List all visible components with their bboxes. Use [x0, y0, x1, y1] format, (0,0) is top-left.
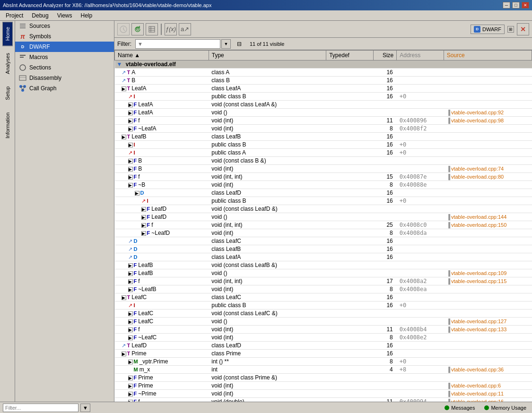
table-row[interactable]: ▶FBvoid (const class B &) [115, 157, 532, 165]
cell-typedef [326, 285, 373, 293]
minimize-button[interactable]: ─ [503, 2, 510, 9]
cell-type: void (double) [209, 398, 326, 402]
table-row[interactable]: ↗Ipublic class A16+0 [115, 149, 532, 157]
table-row[interactable]: ↗Dclass LeafB16 [115, 245, 532, 253]
nav-dwarf[interactable]: D DWARF [15, 42, 114, 52]
status-filter-button[interactable]: ▼ [80, 404, 90, 412]
table-container[interactable]: Name ▲ Type Typedef Size Address Source … [114, 50, 532, 402]
cell-size: 4 [373, 366, 397, 374]
col-header-size[interactable]: Size [373, 51, 397, 60]
tab-home[interactable]: Home [2, 22, 13, 46]
table-row[interactable]: ↗Ipublic class B16+0 [115, 301, 532, 310]
cell-source: ▐vtable-overload.cpp:109 [444, 269, 532, 277]
cell-source: ▐vtable-overload.cpp:92 [444, 109, 532, 117]
tab-setup[interactable]: Setup [2, 81, 13, 105]
status-filter-input[interactable] [3, 404, 78, 412]
filter-text-input[interactable] [135, 39, 220, 49]
tab-analyses[interactable]: Analyses [2, 48, 13, 79]
nav-macros[interactable]: Macros [15, 52, 114, 62]
col-header-type[interactable]: Type [209, 51, 326, 60]
table-row[interactable]: Mm_xint4+8▐vtable-overload.cpp:36 [115, 366, 532, 374]
table-row[interactable]: ↗TAclass A16 [115, 69, 532, 77]
arrow-button[interactable]: a↗ [179, 23, 191, 35]
table-row[interactable]: ▶F~LeafAvoid (int)80x4008f2 [115, 125, 532, 133]
nav-symbols[interactable]: π Symbols [15, 31, 114, 42]
nav-callgraph[interactable]: Call Graph [15, 83, 114, 94]
table-row[interactable]: ↗Dclass LeafC16 [115, 237, 532, 245]
table-row[interactable]: ↗Dclass LeafA16 [115, 253, 532, 261]
cell-name: ▶FLeafB [115, 269, 209, 277]
back-button[interactable] [117, 23, 130, 35]
table-row[interactable]: ▶F~LeafCvoid (int)80x4008e2 [115, 334, 532, 342]
cell-size [373, 213, 397, 221]
table-row[interactable]: ▶FPrimevoid (const class Prime &) [115, 374, 532, 382]
table-row[interactable]: ▶F~Bvoid (int)80x40088e [115, 181, 532, 189]
table-row[interactable]: ▶Ffvoid (int, int)150x40087e▐vtable-over… [115, 173, 532, 181]
cell-type: void (int, int) [209, 173, 326, 181]
col-header-address[interactable]: Address [397, 51, 444, 60]
cell-name: ▶FLeafC [115, 310, 209, 318]
nav-callgraph-label: Call Graph [29, 85, 56, 92]
table-row[interactable]: ▶F~LeafDvoid (int)80x4008da [115, 229, 532, 237]
table-row[interactable]: ▶TLeafCclass LeafC16 [115, 293, 532, 301]
cell-size [373, 269, 397, 277]
tab-information[interactable]: Information [2, 107, 13, 144]
cell-typedef [326, 261, 373, 269]
table-row[interactable]: ▶FLeafBvoid (const class LeafB &) [115, 261, 532, 269]
table-row[interactable]: ▶FBvoid (int)▐vtable-overload.cpp:74 [115, 165, 532, 173]
table-row[interactable]: ▶Ffvoid (double)110x400994▐vtable-overlo… [115, 398, 532, 402]
cell-source [444, 334, 532, 342]
table-row[interactable]: ▶FLeafAvoid (const class LeafA &) [115, 101, 532, 109]
table-row[interactable]: ↗TBclass B16 [115, 77, 532, 85]
menu-views[interactable]: Views [53, 11, 76, 20]
cell-typedef [326, 173, 373, 181]
nav-sources[interactable]: Sources [15, 21, 114, 31]
table-row[interactable]: ▶Ffvoid (int, int)170x4008a2▐vtable-over… [115, 277, 532, 285]
cell-address [397, 261, 444, 269]
menu-debug[interactable]: Debug [28, 11, 52, 20]
expand-view-button[interactable]: ⊞ [507, 26, 514, 33]
col-header-name[interactable]: Name ▲ [115, 51, 209, 60]
table-row[interactable]: ▶FLeafBvoid ()▐vtable-overload.cpp:109 [115, 269, 532, 277]
filter-dropdown-button[interactable]: ▼ [221, 39, 231, 49]
table-row[interactable]: ▶F~Primevoid (int)▐vtable-overload.cpp:1… [115, 390, 532, 398]
close-button[interactable]: ✕ [522, 2, 529, 9]
table-row[interactable]: ▶FLeafDvoid ()▐vtable-overload.cpp:144 [115, 213, 532, 221]
cell-source [444, 133, 532, 141]
table-row[interactable]: ↗TLeafDclass LeafD16 [115, 342, 532, 350]
menu-help[interactable]: Help [77, 11, 96, 20]
table-row[interactable]: ▶FLeafCvoid ()▐vtable-overload.cpp:127 [115, 318, 532, 326]
col-header-source[interactable]: Source [444, 51, 532, 60]
table-row[interactable]: ▶Ffvoid (int)110x400896▐vtable-overload.… [115, 117, 532, 125]
table-row[interactable]: ▶TPrimeclass Prime16 [115, 350, 532, 358]
close-panel-button[interactable]: ✕ [517, 23, 529, 35]
settings-button[interactable] [146, 23, 158, 35]
status-tab-messages[interactable]: Messages [442, 404, 478, 411]
table-row[interactable]: ▶FPrimevoid (int)▐vtable-overload.cpp:6 [115, 382, 532, 390]
nav-sections[interactable]: Sections [15, 62, 114, 73]
table-row[interactable]: ▶Ffvoid (int)110x4008b4▐vtable-overload.… [115, 326, 532, 334]
table-row[interactable]: ▶FLeafCvoid (const class LeafC &) [115, 310, 532, 318]
maximize-button[interactable]: □ [512, 2, 520, 9]
table-row[interactable]: ▶FLeafAvoid ()▐vtable-overload.cpp:92 [115, 109, 532, 117]
table-row[interactable]: ▶Dclass LeafD16 [115, 189, 532, 197]
table-row[interactable]: ▶TLeafAclass LeafA16 [115, 85, 532, 93]
table-row[interactable]: ↗Ipublic class B16+0 [115, 93, 532, 101]
table-row[interactable]: ↗Ipublic class B16+0 [115, 197, 532, 205]
table-row[interactable]: ▶FLeafDvoid (const class LeafD &) [115, 205, 532, 213]
function-button[interactable]: ƒ(x) [165, 23, 177, 35]
table-row[interactable]: ▶Ffvoid (int, int)250x4008c0▐vtable-over… [115, 221, 532, 229]
cell-address: +0 [397, 93, 444, 101]
table-row[interactable]: ▶M_vptr.Primeint () **8+0 [115, 358, 532, 366]
cell-type: void (int) [209, 125, 326, 133]
table-row[interactable]: ▶Ipublic class B16+0 [115, 141, 532, 149]
cell-name: ▶F~LeafB [115, 285, 209, 293]
table-row[interactable]: ▶TLeafBclass LeafB16 [115, 133, 532, 141]
menu-project[interactable]: Project [2, 11, 27, 20]
col-header-typedef[interactable]: Typedef [326, 51, 373, 60]
status-tab-memory[interactable]: Memory Usage [481, 404, 529, 411]
cell-size: 15 [373, 173, 397, 181]
nav-disassembly[interactable]: Disassembly [15, 73, 114, 83]
refresh-button[interactable] [131, 23, 144, 35]
table-row[interactable]: ▶F~LeafBvoid (int)80x4008ea [115, 285, 532, 293]
